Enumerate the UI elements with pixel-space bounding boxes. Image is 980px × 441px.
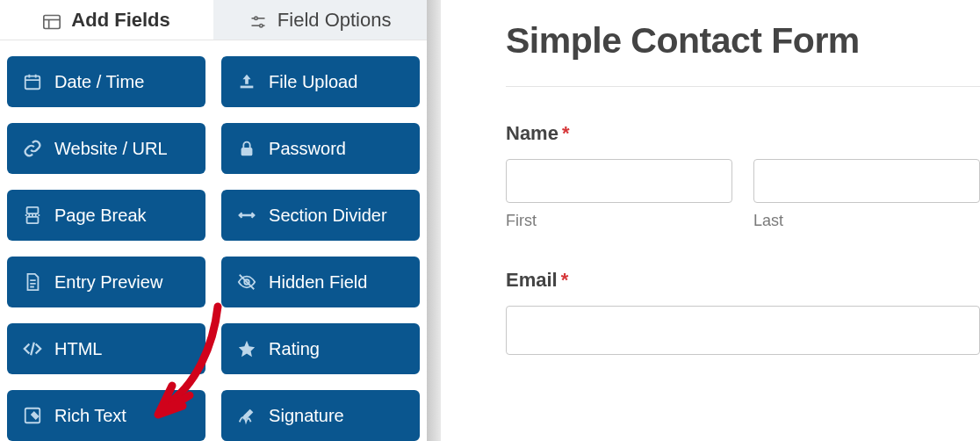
tab-label: Field Options <box>277 9 392 32</box>
divider-icon <box>237 206 256 225</box>
field-label: Password <box>269 139 346 159</box>
panel-divider <box>427 0 441 441</box>
field-website-url[interactable]: Website / URL <box>7 123 205 174</box>
field-label: Signature <box>269 406 344 426</box>
upload-icon <box>237 72 256 91</box>
eye-slash-icon <box>237 272 256 292</box>
tab-field-options[interactable]: Field Options <box>213 0 427 40</box>
field-file-upload[interactable]: File Upload <box>221 56 420 107</box>
star-icon <box>237 339 256 358</box>
page-break-icon <box>23 206 42 225</box>
svg-point-6 <box>260 24 263 26</box>
first-name-input[interactable] <box>506 159 732 203</box>
field-hidden-field[interactable]: Hidden Field <box>221 257 420 307</box>
field-password[interactable]: Password <box>221 123 420 174</box>
field-rich-text[interactable]: Rich Text <box>7 390 205 441</box>
document-icon <box>23 272 42 292</box>
svg-rect-11 <box>241 86 254 89</box>
field-date-time[interactable]: Date / Time <box>7 56 205 107</box>
rich-text-icon <box>23 406 42 425</box>
field-label: Rich Text <box>54 406 126 426</box>
sliders-icon <box>249 13 267 27</box>
name-label: Name* <box>506 122 980 145</box>
field-label: Rating <box>269 339 320 359</box>
svg-rect-0 <box>44 15 60 28</box>
code-icon <box>23 339 42 358</box>
required-mark: * <box>562 122 570 144</box>
signature-icon <box>237 406 256 425</box>
form-title[interactable]: Simple Contact Form <box>506 20 980 61</box>
email-field[interactable]: Email* <box>506 269 980 355</box>
form-preview: Simple Contact Form Name* First Last <box>441 0 980 441</box>
field-label: HTML <box>54 339 102 359</box>
last-sublabel: Last <box>753 212 980 230</box>
svg-rect-7 <box>25 76 40 90</box>
svg-rect-14 <box>27 217 39 223</box>
required-mark: * <box>561 269 569 291</box>
field-label: Entry Preview <box>54 272 162 293</box>
tab-add-fields[interactable]: Add Fields <box>0 0 213 40</box>
last-name-input[interactable] <box>753 159 980 203</box>
tab-label: Add Fields <box>71 9 169 32</box>
field-section-divider[interactable]: Section Divider <box>221 190 420 241</box>
field-label: Date / Time <box>54 72 144 92</box>
field-label: Page Break <box>54 206 147 226</box>
field-label: Hidden Field <box>269 272 367 293</box>
lock-icon <box>237 139 256 158</box>
field-rating[interactable]: Rating <box>221 323 420 374</box>
email-input[interactable] <box>506 306 980 355</box>
field-label: File Upload <box>269 72 357 92</box>
svg-line-22 <box>31 343 34 356</box>
field-entry-preview[interactable]: Entry Preview <box>7 257 205 307</box>
field-signature[interactable]: Signature <box>221 390 420 441</box>
name-field[interactable]: Name* First Last <box>506 122 980 230</box>
svg-rect-12 <box>241 148 253 155</box>
first-sublabel: First <box>506 212 732 230</box>
form-fields-icon <box>43 13 61 27</box>
email-label: Email* <box>506 269 980 292</box>
field-label: Section Divider <box>269 206 387 226</box>
svg-point-4 <box>255 17 257 19</box>
field-html[interactable]: HTML <box>7 323 205 374</box>
form-divider <box>506 86 980 87</box>
link-icon <box>23 139 42 158</box>
svg-rect-13 <box>27 207 39 213</box>
field-label: Website / URL <box>54 139 168 159</box>
field-page-break[interactable]: Page Break <box>7 190 205 241</box>
calendar-icon <box>23 72 42 91</box>
